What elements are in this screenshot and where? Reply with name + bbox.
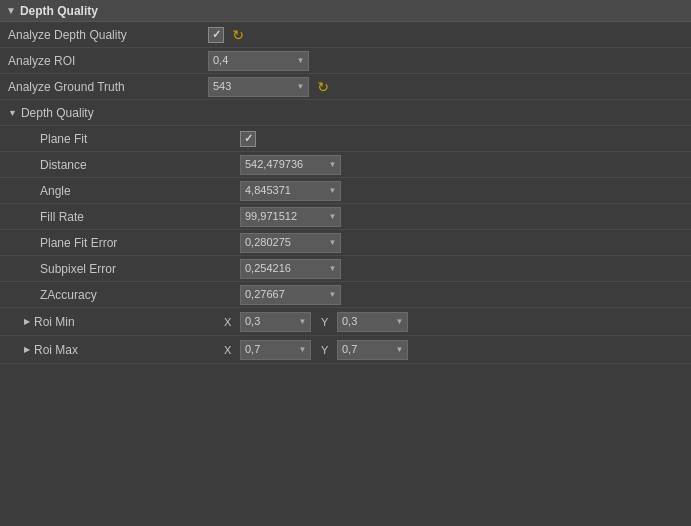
subpixel-error-input-wrapper: 0,254216 ▼ bbox=[240, 259, 341, 279]
roi-max-x-input[interactable]: 0,7 bbox=[240, 340, 295, 360]
roi-max-y-dropdown-btn[interactable]: ▼ bbox=[392, 340, 408, 360]
zaccuracy-control: 0,27667 ▼ bbox=[240, 285, 683, 305]
distance-input[interactable]: 542,479736 bbox=[240, 155, 325, 175]
subpixel-error-control: 0,254216 ▼ bbox=[240, 259, 683, 279]
distance-row: Distance 542,479736 ▼ bbox=[0, 152, 691, 178]
analyze-ground-truth-label: Analyze Ground Truth bbox=[8, 80, 208, 94]
plane-fit-control bbox=[240, 131, 683, 147]
roi-min-y-pair: Y 0,3 ▼ bbox=[321, 312, 408, 332]
subpixel-error-dropdown-btn[interactable]: ▼ bbox=[325, 259, 341, 279]
plane-fit-error-input[interactable]: 0,280275 bbox=[240, 233, 325, 253]
analyze-ground-truth-control: 543 ▼ ↺ bbox=[208, 77, 683, 97]
plane-fit-error-dropdown-btn[interactable]: ▼ bbox=[325, 233, 341, 253]
analyze-ground-truth-input-wrapper: 543 ▼ bbox=[208, 77, 309, 97]
roi-min-y-input[interactable]: 0,3 bbox=[337, 312, 392, 332]
distance-dropdown-btn[interactable]: ▼ bbox=[325, 155, 341, 175]
panel-title: Depth Quality bbox=[20, 4, 98, 18]
roi-max-label-wrapper: ▶ Roi Max bbox=[24, 343, 224, 357]
zaccuracy-row: ZAccuracy 0,27667 ▼ bbox=[0, 282, 691, 308]
analyze-roi-dropdown-btn[interactable]: ▼ bbox=[293, 51, 309, 71]
collapse-arrow-icon: ▼ bbox=[6, 5, 16, 16]
angle-label: Angle bbox=[40, 184, 240, 198]
roi-min-row: ▶ Roi Min X 0,3 ▼ Y 0,3 ▼ bbox=[0, 308, 691, 336]
roi-max-x-pair: X 0,7 ▼ bbox=[224, 340, 311, 360]
roi-max-x-dropdown-btn[interactable]: ▼ bbox=[295, 340, 311, 360]
depth-quality-panel: ▼ Depth Quality Analyze Depth Quality ↺ … bbox=[0, 0, 691, 364]
subpixel-error-input[interactable]: 0,254216 bbox=[240, 259, 325, 279]
analyze-roi-control: 0,4 ▼ bbox=[208, 51, 683, 71]
zaccuracy-input[interactable]: 0,27667 bbox=[240, 285, 325, 305]
angle-row: Angle 4,845371 ▼ bbox=[0, 178, 691, 204]
analyze-depth-quality-label: Analyze Depth Quality bbox=[8, 28, 208, 42]
angle-input-wrapper: 4,845371 ▼ bbox=[240, 181, 341, 201]
analyze-depth-quality-checkbox[interactable] bbox=[208, 27, 224, 43]
roi-max-y-label: Y bbox=[321, 344, 333, 356]
roi-min-x-pair: X 0,3 ▼ bbox=[224, 312, 311, 332]
roi-min-x-dropdown-btn[interactable]: ▼ bbox=[295, 312, 311, 332]
plane-fit-error-control: 0,280275 ▼ bbox=[240, 233, 683, 253]
roi-min-y-input-wrapper: 0,3 ▼ bbox=[337, 312, 408, 332]
fill-rate-dropdown-btn[interactable]: ▼ bbox=[325, 207, 341, 227]
main-section-header[interactable]: ▼ Depth Quality bbox=[0, 0, 691, 22]
roi-max-row: ▶ Roi Max X 0,7 ▼ Y 0,7 ▼ bbox=[0, 336, 691, 364]
angle-control: 4,845371 ▼ bbox=[240, 181, 683, 201]
plane-fit-error-row: Plane Fit Error 0,280275 ▼ bbox=[0, 230, 691, 256]
fill-rate-label: Fill Rate bbox=[40, 210, 240, 224]
zaccuracy-label: ZAccuracy bbox=[40, 288, 240, 302]
depth-quality-collapse-icon: ▼ bbox=[8, 108, 17, 118]
analyze-ground-truth-reset-icon[interactable]: ↺ bbox=[317, 79, 329, 95]
roi-min-expand-icon[interactable]: ▶ bbox=[24, 317, 30, 326]
roi-min-y-dropdown-btn[interactable]: ▼ bbox=[392, 312, 408, 332]
fill-rate-control: 99,971512 ▼ bbox=[240, 207, 683, 227]
fill-rate-input[interactable]: 99,971512 bbox=[240, 207, 325, 227]
roi-min-label-wrapper: ▶ Roi Min bbox=[24, 315, 224, 329]
subpixel-error-label: Subpixel Error bbox=[40, 262, 240, 276]
analyze-depth-quality-row: Analyze Depth Quality ↺ bbox=[0, 22, 691, 48]
analyze-ground-truth-input[interactable]: 543 bbox=[208, 77, 293, 97]
plane-fit-error-input-wrapper: 0,280275 ▼ bbox=[240, 233, 341, 253]
roi-min-x-label: X bbox=[224, 316, 236, 328]
analyze-ground-truth-row: Analyze Ground Truth 543 ▼ ↺ bbox=[0, 74, 691, 100]
plane-fit-checkbox[interactable] bbox=[240, 131, 256, 147]
roi-max-y-input[interactable]: 0,7 bbox=[337, 340, 392, 360]
angle-input[interactable]: 4,845371 bbox=[240, 181, 325, 201]
distance-input-wrapper: 542,479736 ▼ bbox=[240, 155, 341, 175]
analyze-roi-row: Analyze ROI 0,4 ▼ bbox=[0, 48, 691, 74]
distance-control: 542,479736 ▼ bbox=[240, 155, 683, 175]
roi-max-control: X 0,7 ▼ Y 0,7 ▼ bbox=[224, 340, 683, 360]
analyze-roi-input-wrapper: 0,4 ▼ bbox=[208, 51, 309, 71]
roi-min-x-input[interactable]: 0,3 bbox=[240, 312, 295, 332]
distance-label: Distance bbox=[40, 158, 240, 172]
roi-max-y-pair: Y 0,7 ▼ bbox=[321, 340, 408, 360]
roi-max-x-label: X bbox=[224, 344, 236, 356]
analyze-depth-quality-reset-icon[interactable]: ↺ bbox=[232, 27, 244, 43]
fill-rate-row: Fill Rate 99,971512 ▼ bbox=[0, 204, 691, 230]
depth-quality-sub-label: Depth Quality bbox=[21, 106, 94, 120]
zaccuracy-dropdown-btn[interactable]: ▼ bbox=[325, 285, 341, 305]
angle-dropdown-btn[interactable]: ▼ bbox=[325, 181, 341, 201]
plane-fit-error-label: Plane Fit Error bbox=[40, 236, 240, 250]
zaccuracy-input-wrapper: 0,27667 ▼ bbox=[240, 285, 341, 305]
roi-max-label: Roi Max bbox=[34, 343, 78, 357]
depth-quality-sub-header[interactable]: ▼ Depth Quality bbox=[0, 100, 691, 126]
plane-fit-row: Plane Fit bbox=[0, 126, 691, 152]
roi-max-expand-icon[interactable]: ▶ bbox=[24, 345, 30, 354]
analyze-ground-truth-dropdown-btn[interactable]: ▼ bbox=[293, 77, 309, 97]
plane-fit-label: Plane Fit bbox=[40, 132, 240, 146]
roi-min-control: X 0,3 ▼ Y 0,3 ▼ bbox=[224, 312, 683, 332]
roi-min-x-input-wrapper: 0,3 ▼ bbox=[240, 312, 311, 332]
analyze-depth-quality-control: ↺ bbox=[208, 27, 683, 43]
fill-rate-input-wrapper: 99,971512 ▼ bbox=[240, 207, 341, 227]
analyze-roi-input[interactable]: 0,4 bbox=[208, 51, 293, 71]
roi-max-y-input-wrapper: 0,7 ▼ bbox=[337, 340, 408, 360]
subpixel-error-row: Subpixel Error 0,254216 ▼ bbox=[0, 256, 691, 282]
roi-min-y-label: Y bbox=[321, 316, 333, 328]
analyze-roi-label: Analyze ROI bbox=[8, 54, 208, 68]
roi-min-label: Roi Min bbox=[34, 315, 75, 329]
roi-max-x-input-wrapper: 0,7 ▼ bbox=[240, 340, 311, 360]
